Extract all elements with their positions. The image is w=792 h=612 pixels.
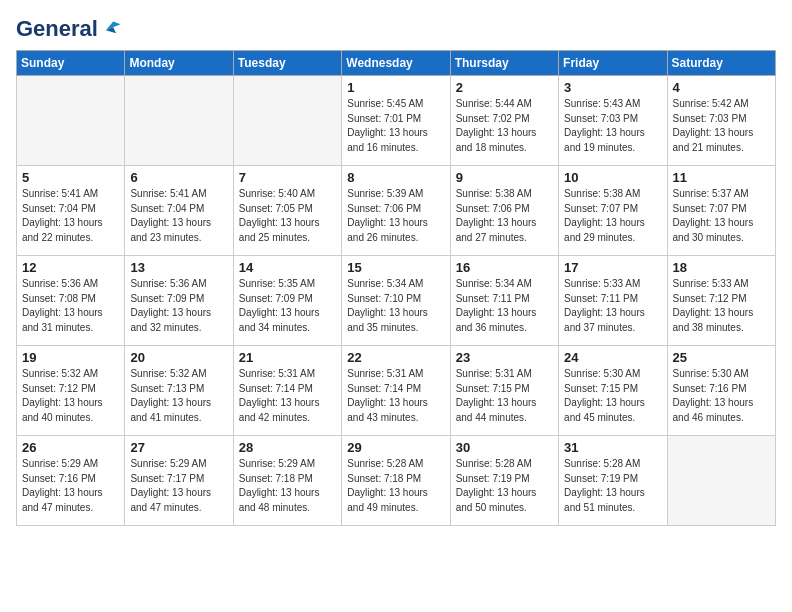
day-cell: 25Sunrise: 5:30 AM Sunset: 7:16 PM Dayli… [667, 346, 775, 436]
logo: General [16, 16, 122, 38]
day-number: 4 [673, 80, 770, 95]
day-cell: 9Sunrise: 5:38 AM Sunset: 7:06 PM Daylig… [450, 166, 558, 256]
day-number: 22 [347, 350, 444, 365]
day-number: 6 [130, 170, 227, 185]
day-info: Sunrise: 5:28 AM Sunset: 7:18 PM Dayligh… [347, 457, 444, 515]
day-number: 7 [239, 170, 336, 185]
page-header: General [16, 16, 776, 38]
day-number: 14 [239, 260, 336, 275]
day-info: Sunrise: 5:39 AM Sunset: 7:06 PM Dayligh… [347, 187, 444, 245]
day-cell [125, 76, 233, 166]
day-info: Sunrise: 5:33 AM Sunset: 7:12 PM Dayligh… [673, 277, 770, 335]
day-cell: 14Sunrise: 5:35 AM Sunset: 7:09 PM Dayli… [233, 256, 341, 346]
day-info: Sunrise: 5:43 AM Sunset: 7:03 PM Dayligh… [564, 97, 661, 155]
day-cell: 18Sunrise: 5:33 AM Sunset: 7:12 PM Dayli… [667, 256, 775, 346]
weekday-header-monday: Monday [125, 51, 233, 76]
day-info: Sunrise: 5:40 AM Sunset: 7:05 PM Dayligh… [239, 187, 336, 245]
day-info: Sunrise: 5:38 AM Sunset: 7:07 PM Dayligh… [564, 187, 661, 245]
calendar-table: SundayMondayTuesdayWednesdayThursdayFrid… [16, 50, 776, 526]
weekday-header-saturday: Saturday [667, 51, 775, 76]
day-info: Sunrise: 5:31 AM Sunset: 7:14 PM Dayligh… [347, 367, 444, 425]
day-cell: 22Sunrise: 5:31 AM Sunset: 7:14 PM Dayli… [342, 346, 450, 436]
week-row-2: 5Sunrise: 5:41 AM Sunset: 7:04 PM Daylig… [17, 166, 776, 256]
day-number: 5 [22, 170, 119, 185]
day-cell: 15Sunrise: 5:34 AM Sunset: 7:10 PM Dayli… [342, 256, 450, 346]
day-info: Sunrise: 5:31 AM Sunset: 7:14 PM Dayligh… [239, 367, 336, 425]
day-number: 12 [22, 260, 119, 275]
day-cell: 20Sunrise: 5:32 AM Sunset: 7:13 PM Dayli… [125, 346, 233, 436]
day-cell: 27Sunrise: 5:29 AM Sunset: 7:17 PM Dayli… [125, 436, 233, 526]
day-number: 13 [130, 260, 227, 275]
day-info: Sunrise: 5:45 AM Sunset: 7:01 PM Dayligh… [347, 97, 444, 155]
day-cell: 7Sunrise: 5:40 AM Sunset: 7:05 PM Daylig… [233, 166, 341, 256]
day-info: Sunrise: 5:34 AM Sunset: 7:10 PM Dayligh… [347, 277, 444, 335]
day-number: 18 [673, 260, 770, 275]
day-cell: 19Sunrise: 5:32 AM Sunset: 7:12 PM Dayli… [17, 346, 125, 436]
day-info: Sunrise: 5:36 AM Sunset: 7:08 PM Dayligh… [22, 277, 119, 335]
day-number: 26 [22, 440, 119, 455]
day-info: Sunrise: 5:28 AM Sunset: 7:19 PM Dayligh… [564, 457, 661, 515]
day-info: Sunrise: 5:34 AM Sunset: 7:11 PM Dayligh… [456, 277, 553, 335]
weekday-header-friday: Friday [559, 51, 667, 76]
day-info: Sunrise: 5:30 AM Sunset: 7:16 PM Dayligh… [673, 367, 770, 425]
day-cell: 30Sunrise: 5:28 AM Sunset: 7:19 PM Dayli… [450, 436, 558, 526]
day-number: 23 [456, 350, 553, 365]
day-info: Sunrise: 5:36 AM Sunset: 7:09 PM Dayligh… [130, 277, 227, 335]
day-info: Sunrise: 5:31 AM Sunset: 7:15 PM Dayligh… [456, 367, 553, 425]
day-info: Sunrise: 5:29 AM Sunset: 7:16 PM Dayligh… [22, 457, 119, 515]
day-info: Sunrise: 5:28 AM Sunset: 7:19 PM Dayligh… [456, 457, 553, 515]
weekday-header-wednesday: Wednesday [342, 51, 450, 76]
day-cell: 4Sunrise: 5:42 AM Sunset: 7:03 PM Daylig… [667, 76, 775, 166]
day-number: 31 [564, 440, 661, 455]
weekday-header-tuesday: Tuesday [233, 51, 341, 76]
day-info: Sunrise: 5:37 AM Sunset: 7:07 PM Dayligh… [673, 187, 770, 245]
day-info: Sunrise: 5:32 AM Sunset: 7:13 PM Dayligh… [130, 367, 227, 425]
day-number: 29 [347, 440, 444, 455]
day-info: Sunrise: 5:32 AM Sunset: 7:12 PM Dayligh… [22, 367, 119, 425]
day-number: 24 [564, 350, 661, 365]
day-cell: 23Sunrise: 5:31 AM Sunset: 7:15 PM Dayli… [450, 346, 558, 436]
day-number: 25 [673, 350, 770, 365]
day-cell: 1Sunrise: 5:45 AM Sunset: 7:01 PM Daylig… [342, 76, 450, 166]
day-cell: 17Sunrise: 5:33 AM Sunset: 7:11 PM Dayli… [559, 256, 667, 346]
day-cell: 31Sunrise: 5:28 AM Sunset: 7:19 PM Dayli… [559, 436, 667, 526]
day-number: 1 [347, 80, 444, 95]
logo-general: General [16, 16, 98, 42]
day-number: 3 [564, 80, 661, 95]
day-cell: 13Sunrise: 5:36 AM Sunset: 7:09 PM Dayli… [125, 256, 233, 346]
day-info: Sunrise: 5:44 AM Sunset: 7:02 PM Dayligh… [456, 97, 553, 155]
week-row-3: 12Sunrise: 5:36 AM Sunset: 7:08 PM Dayli… [17, 256, 776, 346]
logo-bird-icon [100, 17, 122, 39]
day-info: Sunrise: 5:29 AM Sunset: 7:18 PM Dayligh… [239, 457, 336, 515]
day-number: 30 [456, 440, 553, 455]
weekday-header-row: SundayMondayTuesdayWednesdayThursdayFrid… [17, 51, 776, 76]
day-info: Sunrise: 5:42 AM Sunset: 7:03 PM Dayligh… [673, 97, 770, 155]
day-info: Sunrise: 5:29 AM Sunset: 7:17 PM Dayligh… [130, 457, 227, 515]
day-cell: 21Sunrise: 5:31 AM Sunset: 7:14 PM Dayli… [233, 346, 341, 436]
day-cell: 24Sunrise: 5:30 AM Sunset: 7:15 PM Dayli… [559, 346, 667, 436]
day-cell: 8Sunrise: 5:39 AM Sunset: 7:06 PM Daylig… [342, 166, 450, 256]
weekday-header-sunday: Sunday [17, 51, 125, 76]
day-cell: 10Sunrise: 5:38 AM Sunset: 7:07 PM Dayli… [559, 166, 667, 256]
day-cell: 3Sunrise: 5:43 AM Sunset: 7:03 PM Daylig… [559, 76, 667, 166]
day-cell: 5Sunrise: 5:41 AM Sunset: 7:04 PM Daylig… [17, 166, 125, 256]
day-info: Sunrise: 5:33 AM Sunset: 7:11 PM Dayligh… [564, 277, 661, 335]
day-info: Sunrise: 5:30 AM Sunset: 7:15 PM Dayligh… [564, 367, 661, 425]
day-number: 16 [456, 260, 553, 275]
day-cell: 29Sunrise: 5:28 AM Sunset: 7:18 PM Dayli… [342, 436, 450, 526]
week-row-4: 19Sunrise: 5:32 AM Sunset: 7:12 PM Dayli… [17, 346, 776, 436]
day-cell: 26Sunrise: 5:29 AM Sunset: 7:16 PM Dayli… [17, 436, 125, 526]
day-cell [233, 76, 341, 166]
day-number: 21 [239, 350, 336, 365]
day-cell [667, 436, 775, 526]
day-cell [17, 76, 125, 166]
day-number: 27 [130, 440, 227, 455]
day-info: Sunrise: 5:41 AM Sunset: 7:04 PM Dayligh… [22, 187, 119, 245]
day-number: 20 [130, 350, 227, 365]
week-row-1: 1Sunrise: 5:45 AM Sunset: 7:01 PM Daylig… [17, 76, 776, 166]
day-info: Sunrise: 5:35 AM Sunset: 7:09 PM Dayligh… [239, 277, 336, 335]
day-number: 17 [564, 260, 661, 275]
day-cell: 16Sunrise: 5:34 AM Sunset: 7:11 PM Dayli… [450, 256, 558, 346]
day-cell: 12Sunrise: 5:36 AM Sunset: 7:08 PM Dayli… [17, 256, 125, 346]
day-info: Sunrise: 5:38 AM Sunset: 7:06 PM Dayligh… [456, 187, 553, 245]
